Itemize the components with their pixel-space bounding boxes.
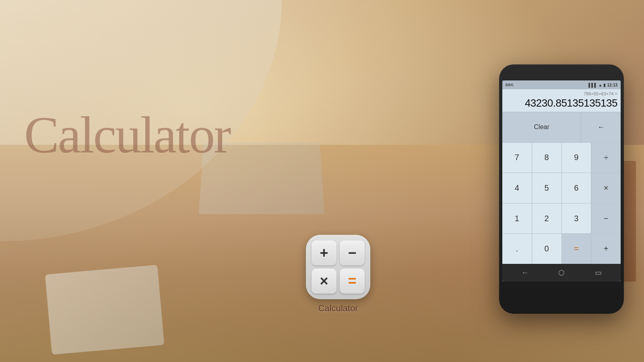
icon-equals: =: [340, 269, 365, 294]
key-row-789: 7 8 9 ÷: [502, 143, 621, 173]
app-icon-label: Calculator: [318, 303, 358, 314]
status-right-icons: ▌▌▌ ▲ ▮ 12:13: [588, 83, 617, 87]
key-6[interactable]: 6: [562, 173, 592, 203]
key-add[interactable]: +: [591, 234, 621, 264]
calc-result: 43230.85135135135: [506, 97, 617, 109]
recent-apps-button[interactable]: ▭: [595, 268, 602, 277]
back-button[interactable]: ←: [521, 269, 528, 277]
key-row-123: 1 2 3 −: [502, 204, 621, 234]
key-row-clear: Clear ←: [502, 112, 621, 143]
phone-screen: DEC ▌▌▌ ▲ ▮ 12:13 786×55+63+74 = 43230.8…: [502, 80, 621, 282]
key-4[interactable]: 4: [502, 173, 532, 203]
key-3[interactable]: 3: [562, 204, 592, 234]
physical-calculator: [45, 265, 164, 355]
icon-multiply: ×: [312, 269, 336, 294]
keypad: Clear ← 7 8 9 ÷ 4 5 6 × 1 2 3 −: [502, 112, 621, 264]
calculator-app-icon[interactable]: + − × =: [306, 235, 370, 299]
key-8[interactable]: 8: [532, 143, 562, 173]
key-0[interactable]: 0: [532, 234, 562, 264]
signal-icon: ▌▌▌: [588, 83, 597, 87]
key-7[interactable]: 7: [502, 143, 532, 173]
wifi-icon: ▲: [599, 83, 603, 87]
key-row-456: 4 5 6 ×: [502, 173, 621, 204]
key-row-0: . 0 = +: [502, 234, 621, 264]
phone: DEC ▌▌▌ ▲ ▮ 12:13 786×55+63+74 = 43230.8…: [499, 64, 624, 314]
battery-icon: ▮: [603, 83, 606, 87]
home-button[interactable]: ⬡: [558, 268, 565, 277]
key-decimal[interactable]: .: [502, 234, 532, 264]
icon-plus: +: [312, 241, 336, 265]
calc-mode-status: DEC: [506, 83, 514, 87]
clear-button[interactable]: Clear: [502, 112, 581, 142]
key-1[interactable]: 1: [502, 204, 532, 234]
app-icon-container: + − × = Calculator: [306, 235, 370, 314]
key-9[interactable]: 9: [562, 143, 592, 173]
calc-display: 786×55+63+74 = 43230.85135135135: [502, 89, 621, 112]
key-subtract[interactable]: −: [591, 204, 621, 234]
laptop-hint: [199, 143, 324, 214]
key-2[interactable]: 2: [532, 204, 562, 234]
clock: 12:13: [607, 83, 617, 87]
icon-minus: −: [340, 241, 365, 265]
backspace-button[interactable]: ←: [581, 112, 621, 142]
key-multiply[interactable]: ×: [591, 173, 621, 203]
nav-bar: ← ⬡ ▭: [502, 264, 621, 282]
key-equals[interactable]: =: [562, 234, 592, 264]
key-divide[interactable]: ÷: [591, 143, 621, 173]
key-5[interactable]: 5: [532, 173, 562, 203]
calc-expression: 786×55+63+74 =: [506, 91, 617, 96]
status-bar: DEC ▌▌▌ ▲ ▮ 12:13: [502, 80, 621, 89]
